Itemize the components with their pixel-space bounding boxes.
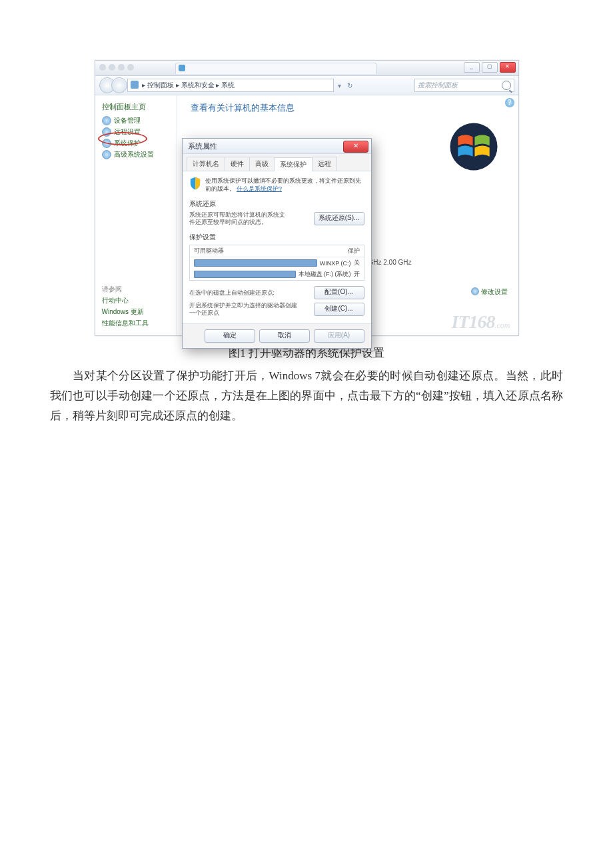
- col-protection: 保护: [348, 247, 360, 255]
- explorer-address-bar: ▸ 控制面板 ▸ 系统和安全 ▸ 系统 ▾ ↻ 搜索控制面板: [95, 76, 518, 95]
- drive-row[interactable]: 本地磁盘 (F:) (系统)开: [190, 269, 364, 280]
- help-icon[interactable]: ?: [505, 98, 514, 107]
- window-close-button[interactable]: ✕: [500, 62, 516, 73]
- hint-link[interactable]: 什么是系统保护?: [237, 185, 282, 192]
- tab-hardware[interactable]: 硬件: [225, 157, 250, 171]
- tab-advanced[interactable]: 高级: [249, 157, 275, 171]
- bullet-icon: [102, 139, 111, 148]
- tab-computer-name[interactable]: 计算机名: [187, 157, 225, 171]
- svg-point-0: [450, 123, 497, 170]
- create-desc: 开启系统保护并立即为选择的驱动器创建一个还原点: [189, 302, 299, 317]
- see-also-performance[interactable]: 性能信息和工具: [102, 319, 169, 328]
- change-settings-link[interactable]: 修改设置: [471, 287, 508, 297]
- tab-system-protection[interactable]: 系统保护: [274, 157, 312, 171]
- bullet-icon: [102, 127, 111, 137]
- config-desc: 在选中的磁盘上自动创建还原点:: [189, 289, 275, 297]
- screenshot-frame: ⎯ ▢ ✕ ▸ 控制面板 ▸ 系统和安全 ▸ 系统 ▾ ↻ 搜索控制面板: [95, 60, 519, 336]
- control-panel-icon: [131, 81, 139, 89]
- window-minimize-button[interactable]: ⎯: [464, 62, 480, 73]
- sidebar: 控制面板主页 设备管理 远程设置 系统保护 高级系统设置 请参阅 行动中心 Wi…: [95, 95, 177, 335]
- search-icon: [502, 81, 511, 90]
- body-paragraph: 当对某个分区设置了保护功能打开后，Windows 7就会在必要的时候自动创建还原…: [50, 366, 563, 426]
- bullet-icon: [102, 150, 111, 159]
- sidebar-item-system-protection[interactable]: 系统保护: [102, 139, 177, 148]
- browser-chrome: ⎯ ▢ ✕: [95, 61, 518, 76]
- tab-remote[interactable]: 远程: [312, 157, 337, 171]
- shield-icon: [189, 177, 201, 190]
- sidebar-item-remote-settings[interactable]: 远程设置: [102, 127, 177, 137]
- hint-text: 使用系统保护可以撤消不必要的系统更改，将文件还原到先前的版本。: [205, 177, 361, 192]
- bullet-icon: [471, 287, 479, 295]
- breadcrumb-text: ▸ 控制面板 ▸ 系统和安全 ▸ 系统: [142, 81, 235, 89]
- see-also-windows-update[interactable]: Windows 更新: [102, 307, 169, 317]
- windows-logo-icon: [449, 122, 498, 173]
- system-properties-dialog: 系统属性 ✕ 计算机名 硬件 高级 系统保护 远程 使用系统保护可以撤消不必要的…: [182, 138, 372, 349]
- drive-icon: [194, 259, 317, 267]
- drive-icon: [194, 271, 296, 278]
- apply-button[interactable]: 应用(A): [314, 329, 364, 343]
- cancel-button[interactable]: 取消: [259, 329, 310, 343]
- see-also-title: 请参阅: [102, 285, 169, 294]
- dialog-close-button[interactable]: ✕: [343, 141, 368, 153]
- create-button[interactable]: 创建(C)...: [314, 303, 364, 316]
- col-drive: 可用驱动器: [194, 247, 348, 255]
- search-placeholder: 搜索控制面板: [418, 81, 458, 90]
- window-maximize-button[interactable]: ▢: [482, 62, 498, 73]
- drive-list: 可用驱动器保护 WINXP (C:)关 本地磁盘 (F:) (系统)开: [189, 245, 364, 281]
- restore-heading: 系统还原: [189, 199, 364, 209]
- tab-favicon-icon: [179, 65, 185, 71]
- protect-heading: 保护设置: [189, 233, 364, 242]
- sidebar-item-device-manager[interactable]: 设备管理: [102, 116, 177, 125]
- browser-tab[interactable]: [175, 63, 376, 74]
- nav-forward-button[interactable]: [111, 77, 127, 93]
- restore-desc: 系统还原可帮助您将计算机的系统文件还原至较早时间点的状态。: [189, 211, 289, 226]
- ok-button[interactable]: 确定: [205, 329, 255, 343]
- watermark: IT168.com: [452, 311, 510, 333]
- see-also-action-center[interactable]: 行动中心: [102, 296, 169, 305]
- search-input[interactable]: 搜索控制面板: [414, 79, 514, 92]
- dialog-tabs: 计算机名 硬件 高级 系统保护 远程: [183, 154, 371, 171]
- sidebar-item-advanced-settings[interactable]: 高级系统设置: [102, 150, 177, 159]
- drive-row[interactable]: WINXP (C:)关: [190, 257, 364, 269]
- page-title: 查看有关计算机的基本信息: [191, 102, 510, 114]
- bullet-icon: [102, 116, 111, 125]
- sidebar-home[interactable]: 控制面板主页: [102, 102, 177, 112]
- breadcrumb[interactable]: ▸ 控制面板 ▸ 系统和安全 ▸ 系统: [127, 79, 334, 92]
- configure-button[interactable]: 配置(O)...: [314, 286, 364, 299]
- system-restore-button[interactable]: 系统还原(S)...: [314, 212, 364, 225]
